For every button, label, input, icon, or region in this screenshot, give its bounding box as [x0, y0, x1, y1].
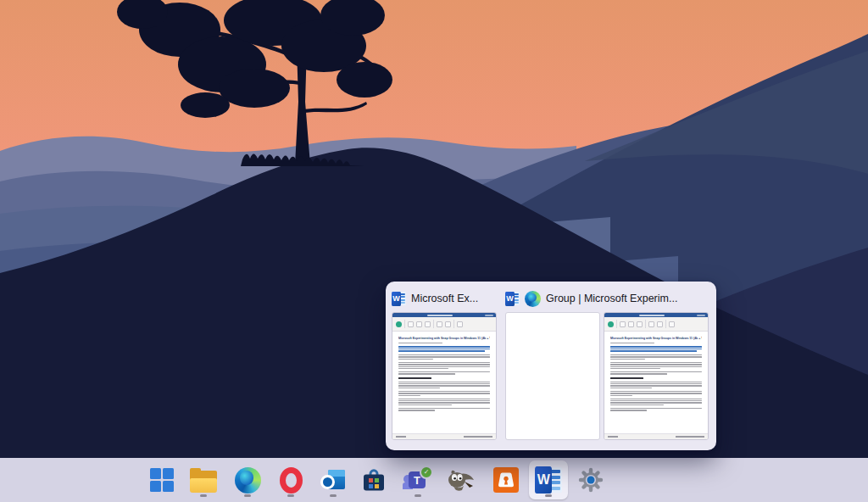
word-icon: W — [505, 292, 520, 306]
thumbnail-title-row: W Group | Microsoft Experim... — [505, 288, 709, 309]
running-indicator — [200, 494, 207, 497]
mini-word-titlebar — [604, 313, 708, 317]
start-button[interactable] — [145, 463, 179, 497]
document-body-lines — [398, 343, 490, 411]
edge-window-preview — [505, 312, 600, 440]
mini-word-ribbon — [604, 317, 708, 332]
document-body-lines — [610, 343, 702, 411]
opera-icon — [280, 467, 303, 494]
mini-word-page: Microsoft Experimenting with Snap Groups… — [604, 332, 708, 433]
taskbar: T ✓ W — [0, 458, 868, 502]
running-indicator — [244, 494, 251, 497]
mini-word-statusbar — [392, 433, 496, 439]
running-indicator — [415, 494, 421, 497]
windows-start-icon — [150, 468, 174, 492]
mini-word-statusbar — [604, 433, 708, 439]
taskbar-item-file-explorer[interactable] — [186, 463, 220, 497]
microsoft-store-icon — [361, 467, 387, 493]
running-indicator — [330, 494, 337, 497]
mini-word-page: Microsoft Experimenting with Snap Groups… — [392, 332, 496, 433]
taskbar-item-outlook[interactable] — [316, 463, 350, 497]
taskbar-item-lock-app[interactable] — [489, 463, 523, 497]
window-thumbnail-word[interactable]: W Microsoft Ex... Microsoft Experimentin… — [392, 288, 497, 443]
file-explorer-icon — [190, 467, 217, 493]
thumbnail-title: Microsoft Ex... — [411, 293, 497, 304]
edge-icon — [235, 467, 261, 494]
taskbar-item-opera[interactable] — [274, 463, 308, 497]
settings-gear-icon — [578, 467, 604, 493]
thumbnail-title-row: W Microsoft Ex... — [392, 288, 497, 309]
taskbar-item-word[interactable]: W — [529, 460, 568, 499]
document-heading: Microsoft Experimenting with Snap Groups… — [610, 337, 702, 340]
teams-status-badge: ✓ — [420, 466, 433, 479]
document-heading: Microsoft Experimenting with Snap Groups… — [398, 337, 490, 340]
ribbon-button-icon — [396, 321, 402, 327]
mini-word-ribbon — [392, 317, 496, 332]
window-thumbnail-group[interactable]: W Group | Microsoft Experim... Microsoft… — [505, 288, 709, 443]
teams-icon: T ✓ — [403, 466, 433, 494]
word-window-preview: Microsoft Experimenting with Snap Groups… — [604, 312, 709, 440]
running-indicator — [287, 494, 294, 497]
lock-app-icon — [493, 467, 519, 493]
taskbar-item-teams[interactable]: T ✓ — [401, 463, 435, 497]
word-icon: W — [392, 292, 406, 306]
running-indicator — [545, 494, 552, 497]
taskbar-item-edge[interactable] — [231, 463, 264, 497]
word-icon: W — [535, 466, 562, 494]
thumbnail-title: Group | Microsoft Experim... — [546, 293, 709, 304]
outlook-icon — [320, 467, 347, 493]
ribbon-button-icon — [608, 321, 614, 327]
edge-icon — [525, 291, 541, 307]
gimp-icon — [446, 467, 475, 493]
taskbar-item-settings[interactable] — [574, 463, 608, 497]
taskbar-item-gimp[interactable] — [443, 463, 477, 497]
word-window-preview: Microsoft Experimenting with Snap Groups… — [392, 312, 497, 440]
taskbar-preview-popup: W Microsoft Ex... Microsoft Experimentin… — [386, 282, 716, 450]
taskbar-item-microsoft-store[interactable] — [357, 463, 391, 497]
mini-word-titlebar — [392, 313, 496, 317]
